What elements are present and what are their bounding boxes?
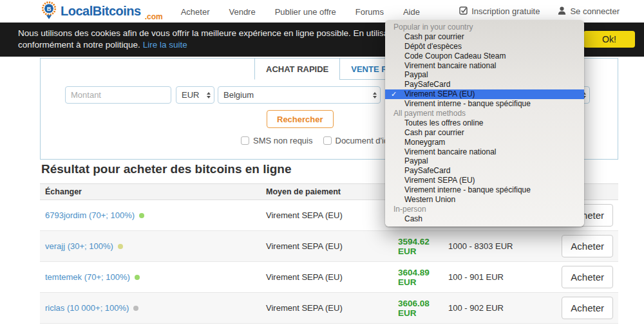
payment-method-cell: Virement SEPA (EU) (261, 303, 393, 313)
dropdown-option-label: Virement SEPA (EU) (404, 176, 475, 185)
sms-not-required-checkbox[interactable]: SMS non requis (241, 136, 313, 145)
dropdown-option-label: Paypal (404, 70, 428, 79)
dropdown-option[interactable]: Virement bancaire national (385, 61, 584, 71)
buy-button[interactable]: Acheter (562, 266, 613, 288)
dropdown-option[interactable]: Paypal (385, 156, 584, 166)
dropdown-option-label: Dépôt d'espèces (404, 42, 462, 51)
status-dot-icon (139, 213, 144, 218)
top-navbar: B LocalBitcoins .com AcheterVendrePublie… (0, 0, 644, 23)
dropdown-option-label: Cash (404, 214, 422, 223)
payment-method-cell: Virement SEPA (EU) (261, 210, 393, 220)
dropdown-option[interactable]: Virement bancaire national (385, 147, 584, 157)
dropdown-option-label: Toutes les offres online (404, 118, 484, 127)
dropdown-option-label: Virement bancaire national (404, 61, 497, 70)
column-header-payment: Moyen de paiement (261, 187, 393, 196)
currency-select[interactable]: EUR (176, 86, 214, 104)
buy-button[interactable]: Acheter (562, 297, 613, 319)
column-header-trader: Échanger (40, 187, 261, 196)
price-cell: 3606.08 EUR (393, 299, 443, 318)
dropdown-option-label: In-person (393, 205, 426, 214)
sms-checkbox-label: SMS non requis (253, 136, 313, 145)
status-dot-icon (133, 306, 138, 311)
dropdown-option-label: Virement SEPA (EU) (404, 89, 475, 98)
checked-box-icon (459, 6, 468, 17)
nav-menu-item[interactable]: Forums (355, 7, 384, 17)
dropdown-option[interactable]: ✓Virement SEPA (EU) (385, 89, 584, 99)
user-icon (558, 6, 566, 17)
cookie-ok-button[interactable]: Ok! (583, 31, 635, 48)
nav-menu-item[interactable]: Publier une offre (275, 7, 336, 17)
dropdown-option-label: PaySafeCard (404, 166, 450, 175)
main-nav-menu: AcheterVendrePublier une offreForumsAide (181, 6, 420, 17)
dropdown-option[interactable]: Western Union (385, 195, 584, 205)
trader-link[interactable]: temtemek (70+; 100%) (45, 272, 130, 282)
dropdown-option[interactable]: Virement interne - banque spécifique (385, 185, 584, 195)
status-dot-icon (135, 275, 140, 280)
dropdown-option-label: Virement bancaire national (404, 147, 497, 156)
dropdown-option-label: Western Union (404, 195, 455, 204)
logo-brand-text: LocalBitcoins (61, 4, 141, 19)
dropdown-option[interactable]: Virement SEPA (EU) (385, 176, 584, 185)
dropdown-option[interactable]: Cash par courrier (385, 128, 584, 138)
tab-achat-rapide[interactable]: ACHAT RAPIDE (254, 59, 339, 80)
nav-menu-item[interactable]: Aide (403, 7, 420, 17)
country-select[interactable]: Belgium (218, 86, 381, 104)
dropdown-option[interactable]: PaySafeCard (385, 166, 584, 176)
limits-cell: 1000 - 8303 EUR (443, 241, 562, 251)
login-label: Se connecter (570, 6, 620, 16)
signup-label: Inscription gratuite (471, 6, 540, 16)
dropdown-option-label: Moneygram (404, 138, 445, 147)
dropdown-option[interactable]: Moneygram (385, 138, 584, 147)
amount-input[interactable] (65, 86, 171, 104)
nav-menu-item[interactable]: Vendre (229, 7, 255, 17)
svg-text:B: B (47, 5, 52, 12)
country-value: Belgium (223, 90, 254, 100)
logo-tld-text: .com (145, 12, 163, 23)
buy-button[interactable]: Acheter (562, 235, 613, 257)
dropdown-group-header: In-person (385, 205, 584, 214)
dropdown-option[interactable]: Dépôt d'espèces (385, 42, 584, 51)
map-pin-bitcoin-icon: B (41, 1, 57, 23)
trader-link[interactable]: verajj (30+; 100%) (45, 241, 113, 251)
table-row: verajj (30+; 100%) Virement SEPA (EU) 35… (40, 231, 618, 262)
limits-cell: 100 - 901 EUR (443, 272, 562, 282)
trader-link[interactable]: 6793jordim (70+; 100%) (45, 210, 135, 220)
dropdown-option[interactable]: Cash (385, 214, 584, 224)
selected-check-icon: ✓ (391, 89, 397, 99)
checkbox-icon (323, 136, 332, 145)
nav-menu-item[interactable]: Acheter (181, 7, 210, 17)
select-stepper-icon (204, 87, 214, 103)
table-row: riclas (10 000+; 100%) Virement SEPA (EU… (40, 293, 618, 324)
currency-value: EUR (182, 90, 199, 100)
localbitcoins-logo[interactable]: B LocalBitcoins .com (41, 1, 163, 23)
payment-method-cell: Virement SEPA (EU) (261, 272, 393, 282)
dropdown-option-label: Code Coupon Cadeau Steam (404, 51, 506, 60)
cookie-text-line2: conformément à notre politique. (18, 40, 140, 50)
checkbox-icon (241, 136, 249, 145)
dropdown-option[interactable]: Cash par courrier (385, 32, 584, 42)
signup-link[interactable]: Inscription gratuite (459, 6, 540, 17)
search-button[interactable]: Rechercher (267, 110, 334, 128)
status-dot-icon (118, 244, 123, 249)
dropdown-option[interactable]: Toutes les offres online (385, 118, 584, 128)
table-row: temtemek (70+; 100%) Virement SEPA (EU) … (40, 262, 618, 293)
login-link[interactable]: Se connecter (558, 6, 620, 17)
dropdown-option-label: Cash par courrier (404, 128, 464, 137)
dropdown-option-label: Virement interne - banque spécifique (404, 185, 531, 194)
trader-link[interactable]: riclas (10 000+; 100%) (45, 303, 129, 313)
dropdown-option-label: Virement interne - banque spécifique (404, 99, 531, 108)
dropdown-option-label: PaySafeCard (404, 80, 450, 89)
dropdown-option[interactable]: Paypal (385, 70, 584, 80)
limits-cell: 100 - 902 EUR (443, 303, 562, 313)
dropdown-option[interactable]: PaySafeCard (385, 80, 584, 89)
dropdown-option-label: All payment methods (393, 109, 466, 118)
dropdown-group-header: All payment methods (385, 109, 584, 118)
price-cell: 3604.89 EUR (393, 268, 443, 287)
dropdown-option[interactable]: Virement interne - banque spécifique (385, 99, 584, 109)
dropdown-option-label: Cash par courrier (404, 32, 464, 41)
payment-method-dropdown: Popular in your countryCash par courrier… (385, 20, 584, 227)
payment-method-cell: Virement SEPA (EU) (261, 241, 393, 251)
select-stepper-icon (370, 87, 380, 103)
dropdown-option[interactable]: Code Coupon Cadeau Steam (385, 51, 584, 61)
cookie-read-more-link[interactable]: Lire la suite (143, 40, 187, 50)
